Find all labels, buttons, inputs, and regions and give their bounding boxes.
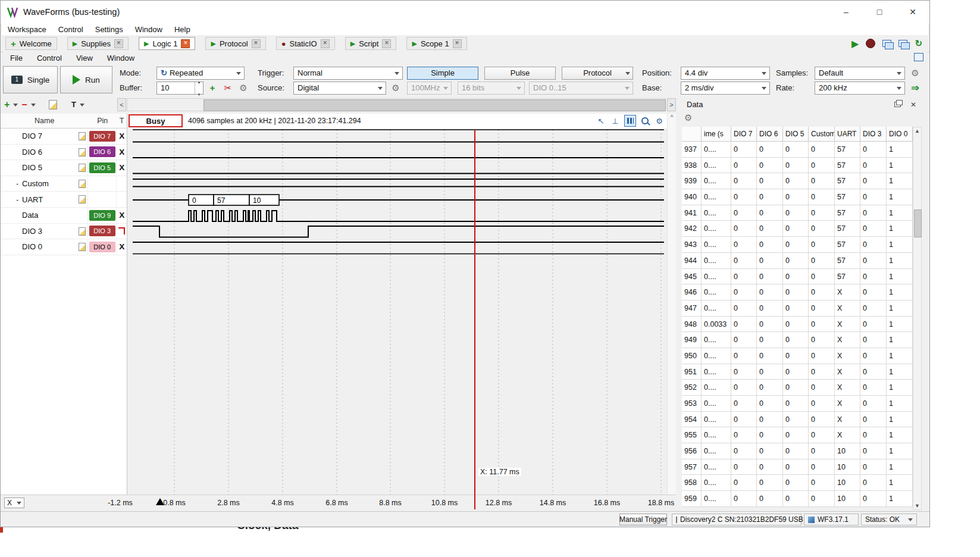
undock-panel-icon[interactable]: [894, 102, 901, 107]
note-icon[interactable]: [79, 180, 86, 188]
channel-row[interactable]: DataDIO 9X: [1, 208, 127, 224]
add-channel-dropdown-icon[interactable]: [13, 104, 18, 109]
status-indicator[interactable]: Status: OK: [861, 514, 917, 525]
logic-menu-item-view[interactable]: View: [69, 54, 100, 62]
logic-menu-item-control[interactable]: Control: [30, 54, 69, 62]
tab-logic-1[interactable]: ▶Logic 1✕: [139, 37, 195, 50]
manual-trigger-button[interactable]: Manual Trigger: [619, 514, 667, 525]
close-tab-icon[interactable]: ✕: [453, 39, 462, 48]
buffer-spinbox[interactable]: 10 ▲▼: [156, 82, 203, 95]
remove-channel-button[interactable]: −: [21, 98, 27, 111]
data-table-row[interactable]: 9380....00005701: [682, 158, 913, 174]
window-layout-icon[interactable]: [882, 40, 891, 47]
menu-item-help[interactable]: Help: [168, 25, 196, 34]
data-table-row[interactable]: 9400....00005701: [682, 189, 913, 205]
note-icon[interactable]: [79, 243, 86, 251]
data-table-row[interactable]: 9490....0000X01: [682, 332, 913, 348]
edit-note-icon[interactable]: [49, 100, 57, 109]
menu-item-settings[interactable]: Settings: [89, 25, 129, 34]
rate-select[interactable]: 200 kHz: [815, 82, 905, 95]
add-buffer-icon[interactable]: +: [207, 82, 218, 95]
data-table-row[interactable]: 9430....00005701: [682, 237, 913, 253]
window-tile-icon[interactable]: [898, 40, 907, 47]
menu-item-control[interactable]: Control: [52, 25, 89, 34]
restore-pane-icon[interactable]: [914, 53, 923, 61]
position-select[interactable]: 4.4 div: [681, 67, 770, 80]
data-scroll-down-icon[interactable]: ▼: [913, 503, 921, 509]
x-cursor-line[interactable]: [474, 130, 475, 509]
tab-welcome[interactable]: +Welcome: [5, 37, 57, 50]
axis-cursor-selector[interactable]: X: [4, 497, 24, 508]
horizontal-scrollbar[interactable]: [127, 98, 666, 111]
channel-trigger-cell[interactable]: [116, 192, 127, 207]
source-select[interactable]: Digital: [293, 82, 386, 95]
data-scroll-up-icon[interactable]: ▲: [913, 128, 921, 134]
channel-row[interactable]: DIO 3DIO 3: [1, 224, 127, 240]
scroll-right-button[interactable]: >: [667, 98, 676, 111]
data-table-row[interactable]: 9410....00005701: [682, 205, 913, 221]
data-table-row[interactable]: 9500....0000X01: [682, 348, 913, 364]
data-table-row[interactable]: 9540....0000X01: [682, 412, 913, 428]
channel-row[interactable]: DIO 6DIO 6X: [1, 145, 127, 161]
close-button[interactable]: ✕: [896, 1, 929, 23]
data-table-row[interactable]: 9510....0000X01: [682, 364, 913, 380]
cut-icon[interactable]: ✂: [223, 82, 233, 95]
plot-vertical-scrollbar[interactable]: ^: [667, 114, 676, 495]
channel-trigger-cell[interactable]: X: [116, 160, 127, 176]
minimize-button[interactable]: –: [829, 1, 863, 23]
channel-trigger-cell[interactable]: X: [116, 208, 127, 223]
tab-scope-1[interactable]: ▶Scope 1✕: [406, 37, 466, 50]
data-table-row[interactable]: 9550....0000X01: [682, 427, 913, 443]
data-table-row[interactable]: 9460....0000X01: [682, 284, 913, 301]
scroll-up-icon[interactable]: ^: [668, 114, 676, 122]
menu-item-window[interactable]: Window: [129, 25, 168, 34]
remove-channel-dropdown-icon[interactable]: [31, 104, 36, 109]
scroll-left-button[interactable]: <: [117, 98, 126, 111]
tab-protocol[interactable]: ▶Protocol✕: [205, 37, 265, 50]
chart-view-button[interactable]: [624, 115, 636, 127]
zoom-tool-button[interactable]: [640, 115, 650, 126]
data-table-row[interactable]: 9470....0000X01: [682, 301, 913, 317]
note-icon[interactable]: [79, 132, 86, 140]
channel-row[interactable]: DIO 7DIO 7X: [1, 129, 127, 145]
note-icon[interactable]: [79, 195, 86, 204]
data-table-row[interactable]: 9390....00005701: [682, 173, 913, 189]
channel-row[interactable]: -Custom: [1, 176, 127, 192]
data-table-row[interactable]: 9480.00330000X01: [682, 317, 913, 333]
close-panel-icon[interactable]: ✕: [910, 101, 916, 109]
data-table-row[interactable]: 9560....00001001: [682, 443, 913, 459]
channel-trigger-cell[interactable]: X: [116, 129, 127, 144]
note-icon[interactable]: [79, 227, 86, 236]
data-table-row[interactable]: 9520....0000X01: [682, 380, 913, 396]
hscroll-thumb[interactable]: [203, 99, 666, 111]
snap-tool-icon[interactable]: ⊥: [610, 115, 621, 126]
plot-settings-gear-icon[interactable]: ⚙: [654, 115, 665, 126]
channel-row[interactable]: DIO 0DIO 0X: [1, 239, 127, 255]
collapse-toggle[interactable]: -: [16, 179, 18, 188]
trigger-mode-button[interactable]: T: [71, 98, 76, 111]
data-table-row[interactable]: 9370....00005701: [682, 142, 913, 158]
device-sync-icon[interactable]: ↻: [915, 38, 922, 49]
simple-button[interactable]: Simple: [407, 67, 478, 80]
close-tab-icon[interactable]: ✕: [252, 39, 261, 48]
data-table-row[interactable]: 9530....0000X01: [682, 396, 913, 412]
samples-gear-icon[interactable]: ⚙: [910, 67, 920, 80]
run-button[interactable]: Run: [60, 66, 112, 93]
trigger-mode-dropdown-icon[interactable]: [80, 104, 84, 109]
run-all-icon[interactable]: ▶: [851, 38, 859, 49]
note-icon[interactable]: [79, 148, 86, 157]
channel-row[interactable]: -UART: [1, 192, 127, 208]
logic-menu-item-file[interactable]: File: [3, 54, 30, 62]
close-tab-icon[interactable]: ✕: [382, 39, 391, 48]
tab-staticio[interactable]: ●StaticIO✕: [276, 37, 335, 50]
collapse-toggle[interactable]: -: [16, 195, 18, 204]
tab-script[interactable]: ▶Script✕: [345, 37, 397, 50]
buffer-gear-icon[interactable]: ⚙: [238, 82, 249, 95]
logic-menu-item-window[interactable]: Window: [100, 54, 142, 62]
data-table-row[interactable]: 9580....00001001: [682, 475, 913, 491]
menu-item-workspace[interactable]: Workspace: [2, 25, 52, 34]
trigger-select[interactable]: Normal: [293, 67, 403, 80]
data-table-row[interactable]: 9590....00001001: [682, 491, 913, 507]
tab-supplies[interactable]: ▶Supplies✕: [67, 37, 129, 50]
buffer-spin-arrows-icon[interactable]: ▲▼: [195, 82, 203, 94]
